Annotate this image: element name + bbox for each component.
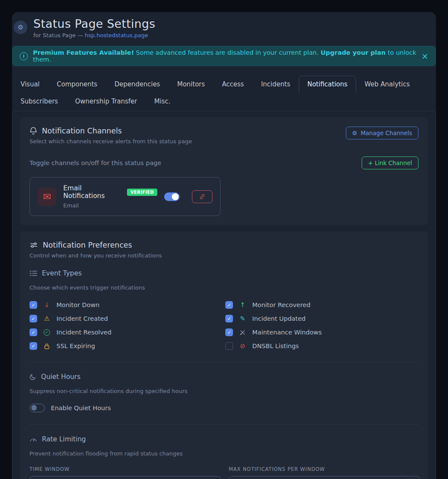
tab-row-1: VisualComponentsDependenciesMonitorsAcce… [12, 76, 436, 93]
event-label: Incident Resolved [56, 329, 112, 336]
channels-title: Notification Channels [42, 127, 122, 135]
event-icon [239, 329, 247, 336]
notification-channels-card: Notification Channels Select which chann… [20, 117, 428, 225]
notification-preferences-card: Notification Preferences Control when an… [20, 231, 428, 479]
event-checkbox[interactable] [29, 301, 37, 309]
chain-link-icon [199, 193, 206, 200]
event-icon: ⊘ [239, 343, 247, 349]
tab[interactable]: Visual [12, 76, 48, 93]
settings-panel: ⚙ Status Page Settings for Status Page —… [12, 12, 436, 479]
event-checkbox[interactable] [225, 301, 233, 309]
channels-subtitle: Select which channels receive alerts fro… [29, 138, 192, 145]
event-icon: ✎ [239, 316, 247, 322]
premium-banner: i Premium Features Available! Some advan… [12, 46, 436, 66]
event-type-row: ↑ Monitor Recovered [225, 301, 419, 309]
event-label: Incident Updated [252, 315, 306, 322]
event-icon: ↑ [239, 302, 247, 308]
channels-toggle-hint: Toggle channels on/off for this status p… [29, 160, 161, 166]
quiet-hours-toggle[interactable] [29, 404, 45, 412]
event-label: SSL Expiring [56, 343, 95, 349]
quiet-hours-toggle-label: Enable Quiet Hours [51, 405, 111, 411]
info-icon: i [20, 52, 28, 60]
link-channel-label: + Link Channel [368, 160, 412, 166]
banner-title: Premium Features Available! [33, 49, 134, 56]
gear-icon: ⚙ [352, 130, 357, 136]
channel-toggle[interactable] [164, 192, 180, 201]
tab[interactable]: Web Analytics [356, 76, 419, 93]
tab[interactable]: Access [213, 76, 252, 93]
close-icon[interactable]: × [421, 52, 428, 60]
tab[interactable]: Components [48, 76, 106, 93]
channel-type: Email [63, 202, 157, 209]
tab[interactable]: Dependencies [106, 76, 169, 93]
page-subtitle: for Status Page — hsp.hostedstatus.page [33, 32, 155, 38]
banner-body: Some advanced features are disabled in y… [134, 49, 321, 56]
preferences-subtitle: Control when and how you receive notific… [29, 252, 419, 259]
tab-row-2: SubscribersOwnership TransferMisc. [12, 93, 436, 110]
unlink-channel-button[interactable] [192, 190, 212, 203]
tab[interactable]: Misc. [146, 93, 179, 110]
event-label: Incident Created [56, 315, 108, 322]
event-types-title: Event Types [42, 269, 82, 277]
event-checkbox[interactable] [29, 328, 37, 336]
event-checkbox[interactable] [29, 342, 37, 350]
event-types-subtitle: Choose which events trigger notification… [29, 284, 419, 291]
notifications-tab-content: Notification Channels Select which chann… [12, 111, 436, 479]
tab[interactable]: Monitors [168, 76, 213, 93]
rate-limiting-title: Rate Limiting [42, 435, 86, 443]
max-notifications-label: MAX NOTIFICATIONS PER WINDOW [229, 466, 420, 472]
event-label: Monitor Down [56, 302, 100, 308]
preferences-title: Notification Preferences [43, 241, 132, 249]
gear-icon: ⚙ [14, 21, 27, 34]
event-type-row: SSL Expiring [29, 342, 225, 350]
event-type-row: ↓ Monitor Down [29, 301, 225, 309]
channel-name: Email Notifications [63, 184, 122, 200]
event-icon [43, 343, 51, 349]
banner-text: Premium Features Available! Some advance… [33, 49, 421, 63]
event-type-row: ✓ Incident Resolved [29, 328, 225, 336]
time-window-select[interactable]: 15 minutes [29, 476, 221, 479]
event-icon: ↓ [43, 302, 51, 308]
event-type-row: ⊘ DNSBL Listings [225, 342, 419, 350]
event-checkbox[interactable] [225, 342, 233, 350]
upgrade-plan-link[interactable]: Upgrade your plan [321, 49, 386, 56]
settings-tabs: VisualComponentsDependenciesMonitorsAcce… [12, 76, 436, 110]
event-label: Monitor Recovered [252, 302, 310, 308]
time-window-label: TIME WINDOW [29, 466, 221, 472]
status-page-link[interactable]: hsp.hostedstatus.page [85, 32, 148, 38]
quiet-hours-title-row: Quiet Hours [29, 373, 419, 381]
event-label: DNSBL Listings [252, 343, 299, 349]
rate-limiting-title-row: Rate Limiting [29, 435, 419, 443]
manage-channels-button[interactable]: ⚙ Manage Channels [346, 127, 419, 139]
event-type-row: Maintenance Windows [225, 328, 419, 336]
divider [29, 424, 419, 425]
page-header: ⚙ Status Page Settings for Status Page —… [12, 12, 436, 38]
bell-icon [29, 127, 37, 135]
gauge-icon [29, 436, 37, 442]
event-icon: ✓ [43, 329, 51, 336]
tab[interactable]: Ownership Transfer [67, 93, 146, 110]
link-channel-button[interactable]: + Link Channel [362, 157, 419, 169]
event-type-row: ⚠ Incident Created [29, 315, 225, 322]
preferences-title-row: Notification Preferences [29, 241, 419, 249]
verified-badge: VERIFIED [127, 189, 157, 196]
list-icon [29, 270, 37, 276]
subtitle-text: for Status Page — [33, 32, 85, 38]
max-notifications-input[interactable]: 10 [229, 476, 420, 479]
event-icon: ⚠ [43, 316, 51, 322]
event-type-row: ✎ Incident Updated [225, 315, 419, 322]
event-label: Maintenance Windows [252, 329, 322, 336]
sliders-icon [29, 241, 38, 249]
channel-list: ✉ Email Notifications VERIFIED Email [29, 177, 419, 216]
email-icon: ✉ [38, 187, 56, 206]
event-checkbox[interactable] [225, 328, 233, 336]
manage-channels-label: Manage Channels [361, 130, 412, 136]
channels-title-row: Notification Channels [29, 127, 192, 135]
tab[interactable]: Notifications [299, 76, 356, 93]
event-checkbox[interactable] [225, 315, 233, 322]
tab[interactable]: Subscribers [12, 93, 67, 110]
tab[interactable]: Incidents [253, 76, 299, 93]
moon-icon [29, 373, 36, 380]
event-types-grid: ↓ Monitor Down ↑ Monitor Recovered ⚠ Inc… [29, 301, 419, 350]
event-checkbox[interactable] [29, 315, 37, 322]
